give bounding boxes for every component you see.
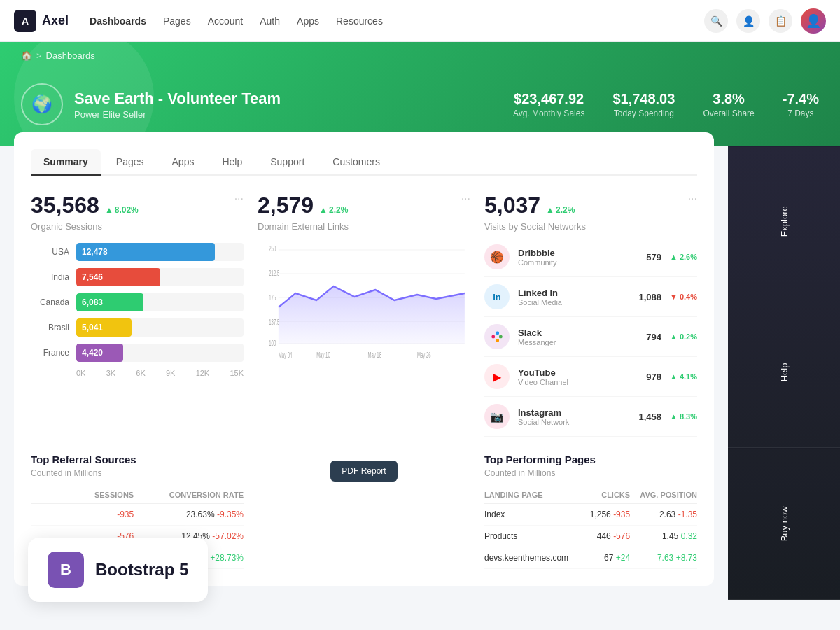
referral-title: Top Referral Sources: [31, 454, 244, 465]
overall-share-label: Overall Share: [703, 108, 754, 118]
svg-text:100: 100: [269, 339, 276, 347]
svg-rect-17: [499, 335, 503, 339]
hero-subtitle: Power Elite Seller: [74, 109, 281, 120]
search-button[interactable]: 🔍: [704, 9, 728, 33]
bar-row-brasil: Brasil 5,041: [31, 318, 244, 337]
brand[interactable]: A Axel: [14, 10, 69, 32]
avatar[interactable]: 👤: [801, 8, 826, 34]
brand-icon: A: [14, 10, 36, 32]
organic-sessions-card: ··· 35,568 ▲ 8.02% Organic Sessions USA …: [31, 192, 244, 437]
svg-text:May 26: May 26: [417, 351, 431, 359]
svg-rect-16: [496, 332, 500, 335]
bar-row-india: India 7,546: [31, 268, 244, 286]
svg-text:May 18: May 18: [368, 351, 382, 359]
line-chart-svg: 250 212.5 175 137.5 100: [258, 237, 470, 363]
slack-icon: [484, 324, 510, 349]
social-visits-value: 5,037: [484, 192, 540, 218]
overall-share-value: 3.8%: [703, 91, 754, 107]
svg-rect-15: [492, 335, 496, 339]
social-more-btn[interactable]: ···: [688, 192, 697, 205]
nav-resources[interactable]: Resources: [336, 15, 383, 27]
top-pages-section: Top Performing Pages Counted in Millions…: [484, 454, 697, 569]
settings-button[interactable]: 📋: [769, 9, 792, 33]
linkedin-icon: in: [484, 284, 510, 309]
pdf-report-button[interactable]: PDF Report: [330, 461, 397, 482]
hero-section: 🏠 > Dashboards 🌍 Save Earth - Volunteer …: [0, 42, 840, 146]
nav-actions: 🔍 👤 📋 👤: [704, 8, 826, 34]
tab-help[interactable]: Help: [209, 149, 255, 176]
today-spending-value: $1,748.03: [612, 91, 675, 107]
table-row: Index 1,256 -935 2.63 -1.35: [484, 504, 697, 526]
domain-links-value: 2,579: [258, 192, 314, 218]
bootstrap-label: Bootstrap 5: [95, 560, 188, 580]
hero-stat-0: $23,467.92 Avg. Monthly Sales: [513, 91, 585, 118]
dark-side-panel: Explore Help Buy now: [728, 146, 840, 600]
svg-marker-10: [279, 286, 465, 344]
notification-button[interactable]: 👤: [736, 9, 760, 33]
organic-sessions-label: Organic Sessions: [31, 221, 244, 232]
table-row: -935 23.63% -9.35%: [31, 504, 244, 526]
tab-pages[interactable]: Pages: [104, 149, 157, 176]
hero-stat-3: -7.4% 7 Days: [783, 91, 819, 118]
tab-customers[interactable]: Customers: [320, 149, 393, 176]
social-row-linkedin: in Linked In Social Media 1,088 ▼ 0.4%: [484, 277, 697, 317]
social-row-youtube: ▶ YouTube Video Channel 978 ▲ 4.1%: [484, 357, 697, 397]
youtube-icon: ▶: [484, 364, 510, 389]
social-visits-change: ▲ 2.2%: [546, 205, 575, 215]
pdf-center-section: PDF Report: [258, 454, 470, 569]
social-networks-card: ··· 5,037 ▲ 2.2% Visits by Social Networ…: [484, 192, 697, 437]
domain-more-btn[interactable]: ···: [461, 192, 470, 205]
social-row-instagram: 📷 Instagram Social Network 1,458 ▲ 8.3%: [484, 397, 697, 437]
top-pages-table: LANDING PAGE CLICKS AVG. POSITION Index …: [484, 486, 697, 569]
svg-rect-18: [496, 339, 500, 342]
avg-monthly-sales-label: Avg. Monthly Sales: [513, 108, 585, 118]
bar-axis: 0K 3K 6K 9K 12K 15K: [31, 369, 244, 377]
top-pages-title: Top Performing Pages: [484, 454, 697, 465]
line-chart: 250 212.5 175 137.5 100: [258, 237, 470, 366]
referral-subtitle: Counted in Millions: [31, 468, 244, 478]
svg-text:175: 175: [269, 293, 276, 302]
svg-text:212.5: 212.5: [269, 269, 279, 277]
hero-info: Save Earth - Volunteer Team Power Elite …: [74, 90, 281, 120]
help-btn[interactable]: Help: [728, 297, 840, 448]
top-pages-subtitle: Counted in Millions: [484, 468, 697, 478]
tab-apps[interactable]: Apps: [160, 149, 207, 176]
domain-links-change: ▲ 2.2%: [319, 205, 348, 215]
navbar: A Axel Dashboards Pages Account Auth App…: [0, 0, 840, 42]
domain-links-card: ··· 2,579 ▲ 2.2% Domain External Links 2…: [258, 192, 470, 437]
breadcrumb: 🏠 > Dashboards: [21, 42, 819, 69]
tab-summary[interactable]: Summary: [31, 149, 101, 176]
hero-stat-2: 3.8% Overall Share: [703, 91, 754, 118]
social-list: 🏀 Dribbble Community 579 ▲ 2.6% in Li: [484, 237, 697, 437]
nav-account[interactable]: Account: [208, 15, 244, 27]
explore-btn[interactable]: Explore: [728, 146, 840, 297]
bar-row-canada: Canada 6,083: [31, 293, 244, 312]
social-visits-label: Visits by Social Networks: [484, 221, 697, 232]
nav-pages[interactable]: Pages: [163, 15, 191, 27]
nav-dashboards[interactable]: Dashboards: [90, 15, 146, 27]
seven-days-value: -7.4%: [783, 91, 819, 107]
svg-text:May 10: May 10: [316, 351, 330, 359]
organic-more-btn[interactable]: ···: [234, 192, 244, 205]
nav-apps[interactable]: Apps: [297, 15, 319, 27]
today-spending-label: Today Spending: [612, 108, 675, 118]
bootstrap-badge: B Bootstrap 5: [28, 538, 208, 600]
table-row: Products 446 -576 1.45 0.32: [484, 526, 697, 547]
tab-support[interactable]: Support: [258, 149, 317, 176]
hero-title: Save Earth - Volunteer Team: [74, 90, 281, 108]
svg-text:137.5: 137.5: [269, 318, 279, 326]
social-row-dribbble: 🏀 Dribbble Community 579 ▲ 2.6%: [484, 237, 697, 277]
hero-logo: 🌍: [21, 83, 63, 125]
bar-row-france: France 4,420: [31, 344, 244, 362]
stats-grid: ··· 35,568 ▲ 8.02% Organic Sessions USA …: [31, 192, 697, 437]
tab-bar: Summary Pages Apps Help Support Customer…: [31, 149, 697, 176]
buy-now-btn[interactable]: Buy now: [728, 449, 840, 600]
nav-auth[interactable]: Auth: [260, 15, 280, 27]
avg-monthly-sales-value: $23,467.92: [513, 91, 585, 107]
table-row: devs.keenthemes.com 67 +24 7.63 +8.73: [484, 547, 697, 569]
organic-sessions-change: ▲ 8.02%: [105, 205, 139, 215]
dribbble-icon: 🏀: [484, 244, 510, 270]
nav-links: Dashboards Pages Account Auth Apps Resou…: [90, 15, 704, 27]
svg-text:May 04: May 04: [279, 351, 293, 359]
bar-chart: USA 12,478 India 7,546: [31, 243, 244, 377]
